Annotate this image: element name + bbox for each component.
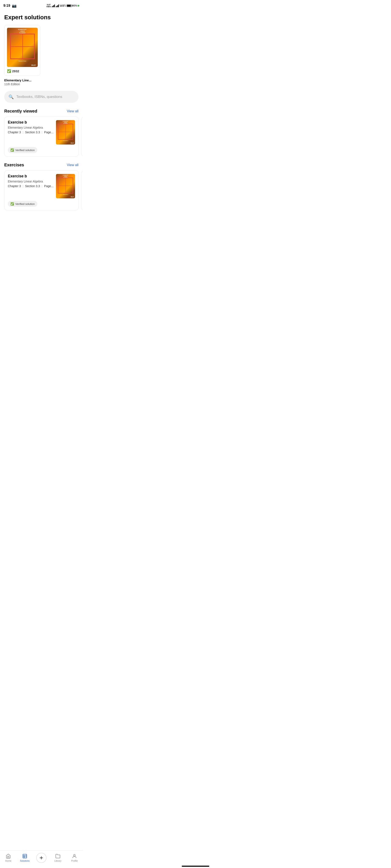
exercise-chapter-1: Chapter 3	[8, 130, 21, 134]
verified-badge-icon: ✅	[7, 69, 11, 73]
recently-viewed-view-all[interactable]: View all	[67, 110, 79, 113]
verified-badge-ex-1: ✅ Verified solution	[8, 201, 37, 207]
exercises-header: Exercises View all	[4, 162, 79, 167]
exercises-title: Exercises	[4, 162, 24, 167]
verified-text-1: Verified solution	[15, 149, 35, 152]
exercises-cards: Exercise b Elementary Linear Algebra Cha…	[0, 170, 83, 211]
book-cover-grid	[10, 34, 35, 59]
exercise-meta-1: Chapter 3 | Section 3.3 | Page...	[8, 130, 54, 134]
solution-count: 2932	[12, 69, 19, 73]
book-name: Elementary Line...	[4, 79, 79, 82]
verified-badge-1: ✅ Verified solution	[8, 147, 37, 153]
exercise-page-1: Page...	[44, 130, 54, 134]
wifi-icon: WiFi	[60, 4, 66, 7]
battery-percent: 96%	[72, 4, 77, 7]
search-placeholder: Textbooks, ISBNs, questions	[16, 95, 62, 99]
book-cover-author: Howard Anton	[7, 60, 38, 62]
status-icons: 0.07 KB/s WiFi 96%	[47, 4, 79, 8]
exercise-thumbnail-1: ELEMENTARYLINEARALGEBRA Howard Anton WIL…	[56, 120, 75, 145]
exercise-chapter-ex-1: Chapter 3	[8, 184, 21, 188]
exercise-page-ex-1: Page...	[44, 184, 54, 188]
signal-bars-2	[56, 4, 59, 7]
recently-viewed-cards: Exercise b Elementary Linear Algebra Cha…	[0, 117, 83, 157]
exercise-book-ex-1: Elementary Linear Algebra	[8, 180, 54, 183]
recently-viewed-card-2[interactable]: Exerc Elemen Chapte	[81, 117, 83, 157]
verified-text-ex-1: Verified solution	[15, 203, 35, 206]
signal-bars-1	[52, 4, 55, 7]
main-content: Expert solutions ELEMENTARYLINEARALGEBRA…	[0, 10, 83, 238]
search-bar[interactable]: 🔍 Textbooks, ISBNs, questions	[4, 91, 79, 103]
status-bar: 9:19 📷 0.07 KB/s WiFi 96%	[0, 0, 83, 10]
exercise-thumbnail-ex-1: ELEMENTARYLINEARALGEBRA Howard Anton WIL…	[56, 174, 75, 198]
exercise-book-1: Elementary Linear Algebra	[8, 126, 54, 129]
exercise-card-2[interactable]: Exerc Elemen Chapte	[81, 170, 83, 211]
camera-icon: 📷	[12, 3, 17, 8]
page-title: Expert solutions	[4, 14, 79, 21]
recently-viewed-title: Recently viewed	[4, 109, 37, 114]
recently-viewed-card-1[interactable]: Exercise b Elementary Linear Algebra Cha…	[4, 117, 79, 157]
battery-container: 96%	[67, 4, 79, 7]
green-dot	[78, 5, 79, 6]
exercise-title-1: Exercise b	[8, 120, 54, 125]
status-time: 9:19	[3, 4, 10, 8]
exercise-info-1: Exercise b Elementary Linear Algebra Cha…	[8, 120, 54, 134]
book-cover: ELEMENTARYLINEARALGEBRA Howard Anton WIL…	[7, 28, 38, 67]
exercise-title-ex-1: Exercise b	[8, 174, 54, 179]
book-edition: 11th Edition	[4, 83, 79, 86]
verified-icon-1: ✅	[10, 148, 14, 152]
book-cover-title: ELEMENTARYLINEARALGEBRA	[7, 29, 38, 34]
featured-book-card[interactable]: ELEMENTARYLINEARALGEBRA Howard Anton WIL…	[4, 25, 40, 76]
exercise-section-ex-1: Section 3.3	[25, 184, 40, 188]
recently-viewed-header: Recently viewed View all	[4, 109, 79, 114]
search-icon: 🔍	[8, 94, 14, 99]
exercise-meta-ex-1: Chapter 3 | Section 3.3 | Page...	[8, 184, 54, 188]
verified-icon-ex-1: ✅	[10, 202, 14, 206]
exercise-section-1: Section 3.3	[25, 130, 40, 134]
exercise-card-1[interactable]: Exercise b Elementary Linear Algebra Cha…	[4, 170, 79, 211]
exercise-info-ex-1: Exercise b Elementary Linear Algebra Cha…	[8, 174, 54, 188]
book-cover-publisher: WILEY	[31, 64, 36, 66]
exercises-view-all[interactable]: View all	[67, 163, 79, 167]
book-badge: ✅ 2932	[7, 69, 37, 73]
